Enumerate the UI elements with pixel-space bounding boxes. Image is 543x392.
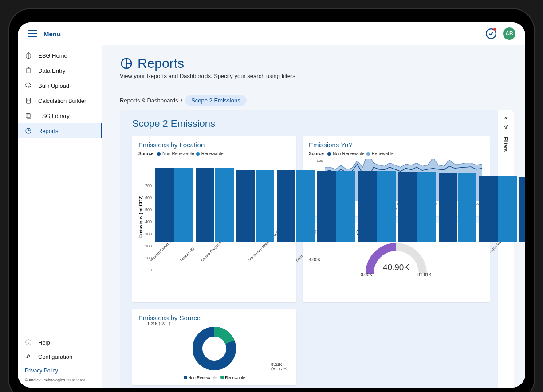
- content: Reports View your Reports and Dashboards…: [102, 45, 525, 388]
- svg-point-13: [28, 344, 29, 344]
- dashboard-title: Scope 2 Emissions: [132, 118, 490, 129]
- sidebar-item-label: ESG Library: [38, 113, 70, 119]
- gauge-min: 0.00K: [361, 272, 372, 277]
- wrench-icon: [25, 353, 32, 360]
- library-icon: [25, 112, 32, 119]
- sidebar-item-data-entry[interactable]: Data Entry: [18, 63, 102, 78]
- sidebar-item-label: Bulk Upload: [38, 82, 69, 89]
- copyright: © Intelex Technologies 1992-2023: [18, 377, 102, 383]
- page-title: Reports: [138, 56, 184, 71]
- sidebar-item-label: Configuration: [38, 353, 72, 360]
- gauge-progress-label: 4.00K: [309, 257, 320, 262]
- emissions-by-location-card: Emissions by Location Source Non-Renewab…: [132, 136, 296, 302]
- collapse-icon: «: [504, 114, 507, 121]
- yoy-legend: Source Non-Renewable Renewable: [309, 151, 484, 156]
- donut-label-renewable: 1.21K (18....): [147, 321, 170, 326]
- filters-label: Filters: [503, 137, 508, 152]
- donut-legend: Non-Renewable Renewable: [138, 376, 290, 380]
- sidebar-item-label: Help: [38, 339, 50, 346]
- status-check-icon[interactable]: [485, 28, 497, 39]
- card-title: Emissions YoY: [309, 141, 484, 149]
- bar-legend: Source Non-Renewable Renewable: [138, 151, 290, 156]
- sidebar-item-label: Reports: [38, 128, 59, 134]
- menu-button[interactable]: Menu: [28, 30, 61, 38]
- gauge-chart[interactable]: 40.90K 0.00K 81.81K: [309, 238, 484, 277]
- breadcrumb-separator: /: [181, 97, 183, 104]
- sidebar-item-configuration[interactable]: Configuration: [18, 349, 102, 364]
- cloud-upload-icon: [25, 82, 32, 89]
- breadcrumb-current[interactable]: Scope 2 Emissions: [185, 95, 247, 106]
- card-title: Emissions by Source: [138, 314, 290, 321]
- reports-page-icon: [120, 57, 133, 70]
- svg-rect-10: [27, 114, 31, 118]
- sidebar-item-label: Data Entry: [38, 67, 65, 74]
- svg-point-8: [29, 102, 30, 102]
- pie-icon: [25, 127, 32, 134]
- svg-point-5: [28, 101, 28, 101]
- card-title: Emissions by Location: [138, 141, 290, 149]
- leaf-icon: [25, 52, 32, 59]
- sidebar-item-help[interactable]: Help: [18, 335, 102, 349]
- bar-chart[interactable]: Emissions (mt CO2) 700600500400300200100…: [138, 159, 290, 274]
- breadcrumb-root[interactable]: Reports & Dashboards: [120, 97, 178, 104]
- svg-rect-3: [26, 98, 30, 103]
- donut-chart[interactable]: 1.21K (18....) 5.21K (81.17%): [138, 324, 290, 373]
- dashboard-panel: Scope 2 Emissions Emissions by Location …: [120, 110, 498, 388]
- svg-point-7: [28, 102, 28, 102]
- sidebar: ESG Home Data Entry Bulk Upload Calculat…: [18, 45, 102, 388]
- sidebar-item-reports[interactable]: Reports: [18, 123, 102, 138]
- page-subtitle: View your Reports and Dashboards. Specif…: [120, 73, 514, 79]
- clipboard-icon: [25, 67, 32, 74]
- sidebar-item-calculation-builder[interactable]: Calculation Builder: [18, 93, 102, 108]
- hamburger-icon: [28, 30, 37, 37]
- breadcrumb: Reports & Dashboards / Scope 2 Emissions: [120, 95, 514, 106]
- gauge-max: 81.81K: [417, 272, 432, 277]
- sidebar-item-bulk-upload[interactable]: Bulk Upload: [18, 78, 102, 93]
- y-axis-label: Emissions (mt CO2): [138, 159, 143, 274]
- help-icon: [25, 339, 32, 346]
- sidebar-item-label: Calculation Builder: [38, 98, 86, 104]
- sidebar-item-label: ESG Home: [38, 52, 67, 59]
- app-header: Menu AB: [18, 22, 525, 45]
- menu-label: Menu: [43, 30, 61, 38]
- svg-point-6: [29, 101, 30, 101]
- sidebar-item-esg-library[interactable]: ESG Library: [18, 108, 102, 123]
- calculator-icon: [25, 97, 32, 104]
- privacy-policy-link[interactable]: Privacy Policy: [25, 368, 58, 374]
- svg-rect-9: [26, 114, 30, 118]
- gauge-value: 40.90K: [383, 263, 409, 272]
- emissions-by-source-card: Emissions by Source 1.21K (18....) 5.21K…: [132, 309, 296, 385]
- avatar[interactable]: AB: [503, 27, 515, 40]
- donut-label-nonrenewable: 5.21K (81.17%): [272, 362, 294, 371]
- filter-icon: [503, 124, 509, 132]
- sidebar-item-esg-home[interactable]: ESG Home: [18, 48, 102, 63]
